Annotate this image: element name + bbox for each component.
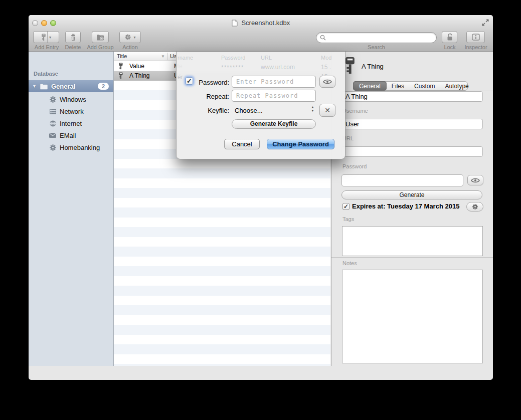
- gear-icon: [124, 34, 131, 41]
- expires-options-button[interactable]: [466, 202, 483, 212]
- sort-descending-icon: ▼: [161, 54, 165, 59]
- add-group-label: Add Group: [85, 44, 115, 50]
- repeat-password-input[interactable]: [232, 90, 316, 102]
- reveal-password-button[interactable]: [467, 175, 483, 185]
- sidebar-item-network[interactable]: Network: [29, 105, 113, 117]
- notes-input[interactable]: [342, 270, 483, 363]
- gear-icon: [472, 203, 478, 210]
- expires-text: Expires at: Tuesday 17 March 2015: [352, 202, 459, 210]
- add-group-button[interactable]: [92, 31, 109, 43]
- delete-label: Delete: [60, 44, 86, 50]
- generate-password-button[interactable]: Generate: [341, 190, 482, 199]
- ghost-password-dots: ********: [221, 64, 244, 71]
- ghost-header-username: rname: [178, 55, 193, 61]
- password-field[interactable]: [341, 174, 463, 186]
- sidebar-item-label: EMail: [60, 132, 76, 139]
- entry-title: A Thing: [129, 72, 167, 79]
- sidebar-item-label: Network: [60, 108, 84, 115]
- stepper-icon[interactable]: ▲▼: [311, 105, 314, 112]
- ghost-modified: 15 .: [321, 64, 331, 71]
- sidebar-item-homebanking[interactable]: Homebanking: [29, 141, 113, 153]
- gear-icon: [49, 95, 57, 103]
- change-password-button[interactable]: Change Password: [267, 139, 334, 149]
- window-chrome: Screenshot.kdbx ▾ Add Entry Delete Add G…: [29, 15, 493, 52]
- ghost-header-password: Password: [221, 55, 245, 61]
- search-label: Search: [316, 44, 437, 50]
- folder-icon: [40, 83, 48, 90]
- key-icon: [344, 56, 356, 75]
- password-checkbox[interactable]: ✓: [186, 77, 193, 85]
- eye-icon: [323, 79, 332, 85]
- app-window: Screenshot.kdbx ▾ Add Entry Delete Add G…: [29, 15, 493, 380]
- sidebar-item-windows[interactable]: Windows: [29, 93, 113, 105]
- envelope-icon: [49, 131, 57, 139]
- lock-button[interactable]: [442, 31, 457, 43]
- url-field[interactable]: [341, 146, 483, 157]
- inspector-entry-title: A Thing: [362, 63, 384, 70]
- sidebar-group-general[interactable]: ▼ General 2: [29, 80, 113, 92]
- fullscreen-icon[interactable]: [481, 19, 489, 27]
- sidebar-item-internet[interactable]: Internet: [29, 117, 113, 129]
- chevron-down-icon: ▾: [49, 35, 51, 40]
- search-icon: [320, 35, 326, 41]
- key-icon: [41, 34, 46, 41]
- expires-checkbox[interactable]: ✓: [342, 203, 350, 210]
- sidebar-group-label: General: [51, 83, 75, 90]
- sidebar-item-label: Windows: [60, 96, 86, 103]
- inspector-panel: A Thing General Files Custom Autotype Us…: [331, 52, 493, 366]
- clear-keyfile-button[interactable]: ✕: [319, 104, 335, 117]
- keyfile-popup[interactable]: Choose...: [235, 107, 263, 114]
- repeat-label: Repeat:: [194, 93, 229, 100]
- tab-files[interactable]: Files: [387, 82, 409, 90]
- action-button[interactable]: ▾: [119, 31, 141, 43]
- sidebar-item-email[interactable]: EMail: [29, 129, 113, 141]
- cancel-button[interactable]: Cancel: [224, 139, 260, 149]
- tab-autotype[interactable]: Autotype: [440, 82, 473, 90]
- change-password-sheet: rname Password URL Mod ******** www.url.…: [176, 52, 345, 159]
- eye-icon: [471, 177, 480, 183]
- search-input[interactable]: [328, 34, 436, 42]
- inspector-button[interactable]: [466, 31, 485, 43]
- ghost-header-url: URL: [261, 55, 272, 61]
- title-field[interactable]: [341, 91, 483, 102]
- column-title[interactable]: Title: [117, 53, 127, 59]
- window-title: Screenshot.kdbx: [29, 19, 493, 27]
- ghost-username2: er: [178, 74, 183, 81]
- generate-keyfile-button[interactable]: Generate Keyfile: [232, 119, 316, 129]
- tags-label: Tags: [342, 216, 354, 222]
- username-field[interactable]: [341, 119, 483, 129]
- key-icon: [118, 72, 123, 79]
- tags-input[interactable]: [342, 226, 483, 256]
- delete-button[interactable]: [65, 31, 81, 43]
- enter-password-input[interactable]: [232, 76, 316, 88]
- trash-icon: [70, 34, 76, 41]
- notes-label: Notes: [342, 260, 357, 266]
- gear-icon: [49, 143, 57, 151]
- tab-custom[interactable]: Custom: [409, 82, 440, 90]
- chevron-down-icon: ▾: [133, 35, 135, 40]
- sidebar: Database ▼ General 2 Windows Network Int…: [29, 52, 114, 366]
- sidebar-header: Database: [34, 71, 58, 77]
- username-label: Username: [342, 108, 368, 114]
- keyfile-label: Keyfile:: [194, 107, 229, 114]
- tab-general[interactable]: General: [353, 81, 387, 91]
- disclosure-triangle-icon[interactable]: ▼: [32, 84, 37, 89]
- action-label: Action: [119, 44, 141, 50]
- password-label: Password: [342, 163, 367, 169]
- ghost-url: www.url.com: [261, 64, 295, 71]
- search-field[interactable]: [316, 32, 437, 43]
- inspector-label: Inspector: [460, 44, 491, 50]
- sidebar-item-label: Homebanking: [60, 144, 100, 151]
- info-icon: [472, 34, 480, 41]
- sidebar-item-label: Internet: [60, 120, 82, 127]
- globe-icon: [49, 119, 57, 127]
- show-password-button[interactable]: [319, 76, 335, 88]
- server-icon: [49, 107, 57, 115]
- password-label: Password:: [194, 79, 229, 86]
- add-entry-button[interactable]: ▾: [33, 31, 59, 43]
- lock-open-icon: [446, 33, 453, 41]
- ghost-header-modified: Mod: [321, 55, 331, 61]
- folder-plus-icon: [96, 34, 104, 41]
- key-icon: [118, 63, 123, 70]
- document-icon: [232, 20, 238, 27]
